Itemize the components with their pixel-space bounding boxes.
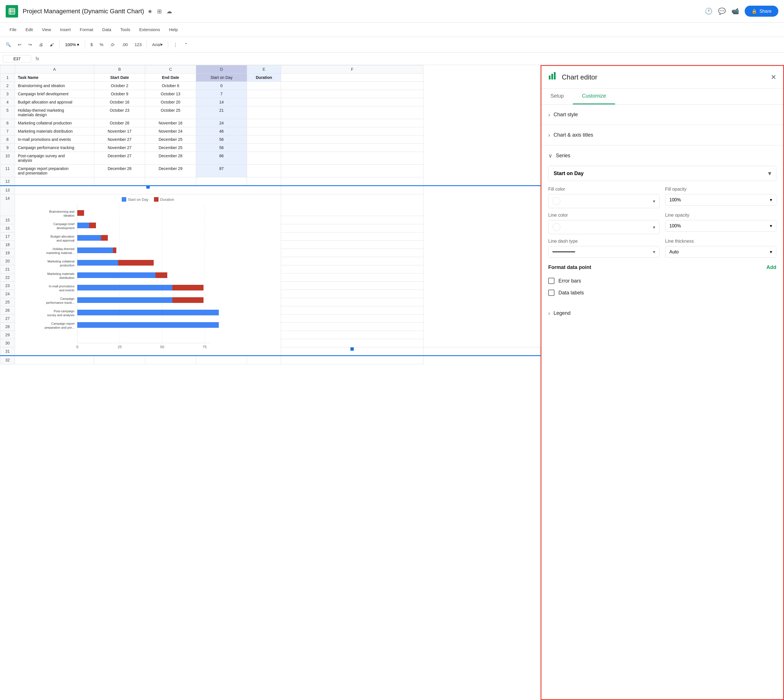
- cell-f9[interactable]: [281, 144, 423, 152]
- cell-f8[interactable]: [281, 135, 423, 144]
- cell-c9[interactable]: December 25: [145, 144, 196, 152]
- cell-e12[interactable]: [247, 177, 281, 186]
- col-header-b[interactable]: B: [94, 65, 145, 73]
- format-number-button[interactable]: 123: [132, 40, 144, 48]
- menu-help[interactable]: Help: [165, 25, 182, 34]
- cell-c32[interactable]: [145, 356, 196, 364]
- print-button[interactable]: 🖨: [36, 40, 46, 48]
- line-opacity-control[interactable]: 100% ▾: [665, 220, 776, 232]
- col-header-e[interactable]: E: [247, 65, 281, 73]
- collapse-button[interactable]: ⌃: [181, 40, 191, 49]
- grid-container[interactable]: A B C D E F 1 Task Name Start Date End D…: [0, 65, 541, 700]
- cell-e9[interactable]: [247, 144, 281, 152]
- cell-f13[interactable]: [281, 186, 423, 194]
- cell-f28[interactable]: [281, 323, 423, 331]
- cell-f5[interactable]: [281, 106, 423, 119]
- error-bars-checkbox[interactable]: [548, 278, 555, 284]
- cell-d8[interactable]: 56: [196, 135, 247, 144]
- meet-icon[interactable]: 📹: [731, 8, 739, 15]
- cell-reference-input[interactable]: [3, 55, 31, 63]
- cell-f15[interactable]: [281, 216, 423, 224]
- cell-a32[interactable]: [15, 356, 94, 364]
- cell-f3[interactable]: [281, 90, 423, 98]
- cell-b12[interactable]: [94, 177, 145, 186]
- cell-d7[interactable]: 46: [196, 127, 247, 135]
- cell-c10[interactable]: December 28: [145, 152, 196, 165]
- decimal-increase-button[interactable]: .00: [119, 40, 131, 48]
- cell-f22[interactable]: [281, 273, 423, 282]
- menu-view[interactable]: View: [38, 25, 55, 34]
- chart-axis-titles-section[interactable]: › Chart & axis titles: [542, 125, 783, 145]
- cell-e6[interactable]: [247, 119, 281, 127]
- cell-f2[interactable]: [281, 82, 423, 90]
- col-header-a[interactable]: A: [15, 65, 94, 73]
- cell-a9[interactable]: Campaign performance tracking: [15, 144, 94, 152]
- cell-a2[interactable]: Brainstorming and ideation: [15, 82, 94, 90]
- cell-c6[interactable]: November 16: [145, 119, 196, 127]
- cell-f17[interactable]: [281, 232, 423, 241]
- cell-d2[interactable]: 0: [196, 82, 247, 90]
- cell-f6[interactable]: [281, 119, 423, 127]
- cell-f29[interactable]: [281, 331, 423, 339]
- cell-c1[interactable]: End Date: [145, 73, 196, 82]
- cell-e7[interactable]: [247, 127, 281, 135]
- cell-c11[interactable]: December 29: [145, 165, 196, 177]
- cell-f21[interactable]: [281, 265, 423, 273]
- cell-c12[interactable]: [145, 177, 196, 186]
- cell-d32[interactable]: [196, 356, 247, 364]
- menu-file[interactable]: File: [6, 25, 20, 34]
- cell-a6[interactable]: Marketing collateral production: [15, 119, 94, 127]
- cell-a3[interactable]: Campaign brief development: [15, 90, 94, 98]
- cell-f4[interactable]: [281, 98, 423, 106]
- cell-d10[interactable]: 86: [196, 152, 247, 165]
- cell-e3[interactable]: [247, 90, 281, 98]
- tab-setup[interactable]: Setup: [542, 88, 573, 104]
- undo-button[interactable]: ↩: [15, 40, 24, 49]
- cell-f32[interactable]: [281, 356, 423, 364]
- cell-a1[interactable]: Task Name: [15, 73, 94, 82]
- fill-color-control[interactable]: ▾: [548, 194, 659, 208]
- decimal-decrease-button[interactable]: .0-: [107, 40, 118, 48]
- menu-insert[interactable]: Insert: [56, 25, 75, 34]
- cell-c8[interactable]: December 25: [145, 135, 196, 144]
- menu-data[interactable]: Data: [98, 25, 115, 34]
- cell-f18[interactable]: [281, 241, 423, 249]
- cell-f16[interactable]: [281, 224, 423, 232]
- series-dropdown[interactable]: Start on Day ▾: [548, 166, 776, 181]
- paint-format-button[interactable]: 🖌: [47, 40, 57, 48]
- cell-f24[interactable]: [281, 290, 423, 298]
- cell-d11[interactable]: 87: [196, 165, 247, 177]
- cell-b6[interactable]: October 26: [94, 119, 145, 127]
- cell-e11[interactable]: [247, 165, 281, 177]
- tab-customize[interactable]: Customize: [573, 88, 615, 104]
- cell-e2[interactable]: [247, 82, 281, 90]
- line-color-control[interactable]: ▾: [548, 220, 659, 234]
- cell-b2[interactable]: October 2: [94, 82, 145, 90]
- cell-b8[interactable]: November 27: [94, 135, 145, 144]
- cell-f23[interactable]: [281, 282, 423, 290]
- cell-c4[interactable]: October 20: [145, 98, 196, 106]
- cell-c7[interactable]: November 24: [145, 127, 196, 135]
- cell-d4[interactable]: 14: [196, 98, 247, 106]
- line-dash-control[interactable]: ▾: [548, 246, 659, 258]
- cell-c2[interactable]: October 6: [145, 82, 196, 90]
- add-format-point-button[interactable]: Add: [766, 265, 776, 270]
- cell-a7[interactable]: Marketing materials distribution: [15, 127, 94, 135]
- legend-section[interactable]: › Legend: [542, 303, 783, 323]
- cell-a5[interactable]: Holiday-themed marketingmaterials design: [15, 106, 94, 119]
- cell-a8[interactable]: In-mall promotions and events: [15, 135, 94, 144]
- chart-style-header[interactable]: › Chart style: [548, 109, 776, 120]
- cell-d6[interactable]: 24: [196, 119, 247, 127]
- cell-f25[interactable]: [281, 298, 423, 306]
- cell-a12[interactable]: [15, 177, 94, 186]
- zoom-button[interactable]: 100% ▾: [62, 40, 83, 49]
- chat-icon[interactable]: 💬: [718, 8, 726, 15]
- chart-style-section[interactable]: › Chart style: [542, 105, 783, 125]
- cell-d5[interactable]: 21: [196, 106, 247, 119]
- cell-e32[interactable]: [247, 356, 281, 364]
- percent-button[interactable]: %: [97, 40, 106, 48]
- cell-f30[interactable]: [281, 339, 423, 347]
- more-options-button[interactable]: ⋮: [171, 40, 180, 49]
- fill-opacity-control[interactable]: 100% ▾: [665, 194, 776, 206]
- gantt-chart[interactable]: Start on Day Duration: [15, 194, 281, 355]
